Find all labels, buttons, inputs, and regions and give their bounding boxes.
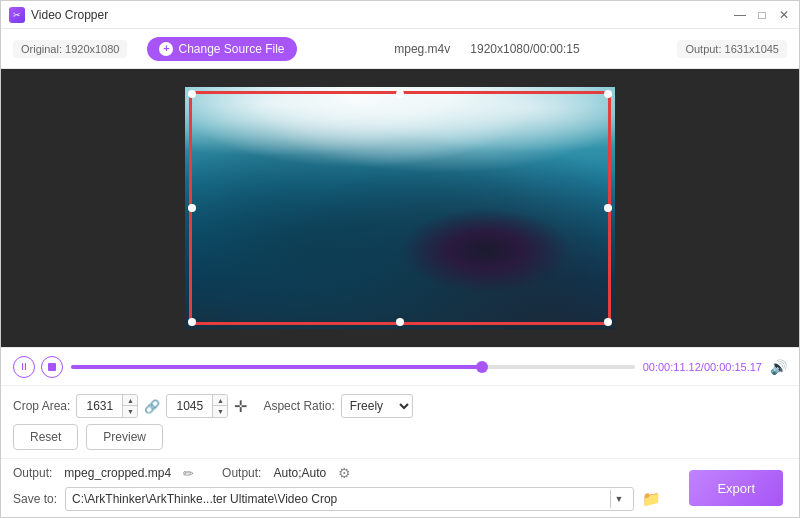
width-up-button[interactable]: ▲ [123,395,137,406]
height-spinners: ▲ ▼ [212,395,227,417]
wave-overlay [185,87,615,196]
app-icon: ✂ [9,7,25,23]
settings-icon[interactable]: ⚙ [338,465,351,481]
reset-button[interactable]: Reset [13,424,78,450]
move-icon[interactable]: ✛ [234,397,247,416]
quality-value: Auto;Auto [273,466,326,480]
save-to-label: Save to: [13,492,57,506]
video-canvas [185,87,615,329]
width-input-group: ▲ ▼ [76,394,138,418]
stop-button[interactable] [41,356,63,378]
maximize-button[interactable]: □ [755,8,769,22]
original-resolution: Original: 1920x1080 [13,40,127,58]
save-path-input[interactable]: C:\ArkThinker\ArkThinke...ter Ultimate\V… [65,487,634,511]
progress-thumb[interactable] [476,361,488,373]
aspect-ratio-label: Aspect Ratio: [263,399,334,413]
width-spinners: ▲ ▼ [122,395,137,417]
edit-icon[interactable]: ✏ [183,466,194,481]
app-title: Video Cropper [31,8,108,22]
dark-mass-overlay [400,208,572,293]
plus-icon: + [159,42,173,56]
output-section: Output: mpeg_cropped.mp4 ✏ Output: Auto;… [1,459,673,517]
width-input[interactable] [77,399,122,413]
progress-bar[interactable] [71,365,635,369]
file-info: mpeg.m4v 1920x1080/00:00:15 [317,42,658,56]
height-up-button[interactable]: ▲ [213,395,227,406]
crop-settings-row: Crop Area: ▲ ▼ 🔗 ▲ ▼ ✛ [13,394,787,418]
app-window: ✂ Video Cropper — □ ✕ Original: 1920x108… [0,0,800,518]
crop-controls: Crop Area: ▲ ▼ 🔗 ▲ ▼ ✛ [1,385,799,458]
quality-label: Output: [222,466,261,480]
crop-area-group: Crop Area: ▲ ▼ 🔗 ▲ ▼ ✛ [13,394,247,418]
close-button[interactable]: ✕ [777,8,791,22]
width-down-button[interactable]: ▼ [123,406,137,417]
preview-button[interactable]: Preview [86,424,163,450]
pause-button[interactable]: ⏸ [13,356,35,378]
action-buttons: Reset Preview [13,424,163,450]
save-path-text: C:\ArkThinker\ArkThinke...ter Ultimate\V… [72,492,609,506]
height-input-group: ▲ ▼ [166,394,228,418]
aspect-ratio-select[interactable]: Freely 16:9 4:3 1:1 Custom [341,394,413,418]
playback-controls: ⏸ [13,356,63,378]
progress-fill [71,365,482,369]
output-resolution: Output: 1631x1045 [677,40,787,58]
path-dropdown-button[interactable]: ▼ [610,490,628,508]
titlebar-left: ✂ Video Cropper [9,7,108,23]
time-display: 00:00:11.12/00:00:15.17 [643,361,762,373]
crop-area-label: Crop Area: [13,399,70,413]
height-down-button[interactable]: ▼ [213,406,227,417]
output-row: Output: mpeg_cropped.mp4 ✏ Output: Auto;… [13,465,661,487]
aspect-ratio-group: Aspect Ratio: Freely 16:9 4:3 1:1 Custom [263,394,412,418]
change-source-button[interactable]: + Change Source File [147,37,296,61]
titlebar-controls: — □ ✕ [733,8,791,22]
folder-icon[interactable]: 📁 [642,490,661,508]
top-toolbar: Original: 1920x1080 + Change Source File… [1,29,799,69]
video-frame [185,87,615,329]
export-button[interactable]: Export [689,470,783,506]
titlebar: ✂ Video Cropper — □ ✕ [1,1,799,29]
output-label: Output: [13,466,52,480]
height-input[interactable] [167,399,212,413]
output-filename: mpeg_cropped.mp4 [64,466,171,480]
save-row: Save to: C:\ArkThinker\ArkThinke...ter U… [13,487,661,511]
export-section: Export [673,459,799,517]
volume-icon[interactable]: 🔊 [770,359,787,375]
timeline-area: ⏸ 00:00:11.12/00:00:15.17 🔊 [1,347,799,385]
bottom-section: Output: mpeg_cropped.mp4 ✏ Output: Auto;… [1,458,799,517]
lock-icon[interactable]: 🔗 [144,399,160,414]
minimize-button[interactable]: — [733,8,747,22]
video-area [1,69,799,347]
action-buttons-row: Reset Preview [13,424,787,450]
